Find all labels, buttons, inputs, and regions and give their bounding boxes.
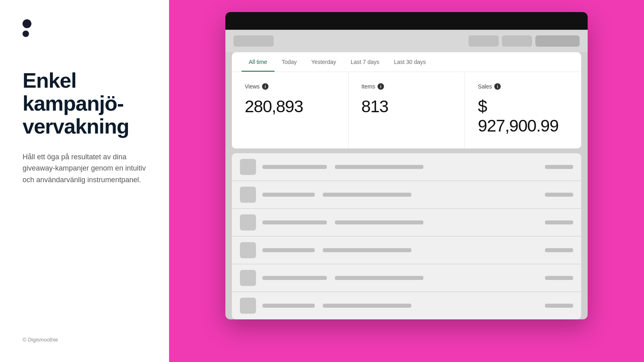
- logo: [23, 19, 147, 37]
- row-right: [545, 220, 573, 224]
- views-info-icon[interactable]: i: [262, 83, 268, 90]
- table-row[interactable]: [232, 264, 581, 292]
- toolbar: [225, 30, 588, 52]
- row-thumbnail: [240, 270, 256, 286]
- tab-last-30-days[interactable]: Last 30 days: [387, 52, 433, 72]
- metric-items: Items i 813: [349, 72, 465, 148]
- row-bar-title: [262, 276, 327, 280]
- row-content: [262, 193, 539, 197]
- row-right: [545, 304, 573, 308]
- row-content: [262, 304, 539, 308]
- table-section: [232, 153, 581, 319]
- metric-views: Views i 280,893: [232, 72, 348, 148]
- row-bar-value: [545, 304, 573, 308]
- table-row[interactable]: [232, 181, 581, 209]
- metric-views-text: Views: [245, 83, 260, 90]
- toolbar-button-3[interactable]: [535, 35, 580, 47]
- row-bar-detail: [323, 304, 411, 308]
- sales-info-icon[interactable]: i: [494, 83, 501, 90]
- logo-dot-large: [23, 19, 31, 28]
- tabs-container: All time Today Yesterday Last 7 days Las…: [232, 52, 581, 72]
- row-content: [262, 220, 539, 224]
- row-bar-title: [262, 220, 327, 224]
- metric-sales: Sales i $ 927,900.99: [465, 72, 581, 148]
- row-content: [262, 248, 539, 252]
- metric-views-label: Views i: [245, 83, 335, 90]
- row-right: [545, 248, 573, 252]
- toolbar-button-2[interactable]: [502, 35, 532, 47]
- row-right: [545, 193, 573, 197]
- toolbar-left: [233, 35, 274, 47]
- metric-views-value: 280,893: [245, 97, 335, 116]
- row-thumbnail: [240, 159, 256, 175]
- metric-sales-text: Sales: [478, 83, 492, 90]
- copyright: © Digismoothie: [23, 337, 58, 343]
- tab-all-time[interactable]: All time: [242, 52, 275, 72]
- row-bar-value: [545, 248, 573, 252]
- row-bar-title: [262, 304, 315, 308]
- row-bar-value: [545, 165, 573, 169]
- row-bar-detail: [335, 220, 423, 224]
- table-row[interactable]: [232, 237, 581, 264]
- toolbar-right: [469, 35, 580, 47]
- metric-items-text: Items: [361, 83, 375, 90]
- row-bar-value: [545, 276, 573, 280]
- subtext: Håll ett öga på resultatet av dina givea…: [23, 151, 147, 186]
- row-right: [545, 165, 573, 169]
- app-window: All time Today Yesterday Last 7 days Las…: [225, 12, 588, 319]
- row-bar-detail: [323, 193, 411, 197]
- metric-sales-value: $ 927,900.99: [478, 97, 568, 136]
- logo-dot-small: [23, 31, 29, 37]
- row-bar-detail: [335, 276, 423, 280]
- metrics-grid: Views i 280,893 Items i 813 Sales i: [232, 72, 581, 148]
- metric-items-label: Items i: [361, 83, 452, 90]
- row-thumbnail: [240, 214, 256, 230]
- tab-today[interactable]: Today: [275, 52, 304, 72]
- row-bar-value: [545, 220, 573, 224]
- stats-section: All time Today Yesterday Last 7 days Las…: [232, 52, 581, 148]
- metric-sales-label: Sales i: [478, 83, 568, 90]
- tab-yesterday[interactable]: Yesterday: [304, 52, 343, 72]
- row-content: [262, 276, 539, 280]
- table-row[interactable]: [232, 292, 581, 319]
- metric-items-value: 813: [361, 97, 452, 116]
- toolbar-button-1[interactable]: [469, 35, 499, 47]
- row-bar-value: [545, 193, 573, 197]
- headline: Enkelkampanjö-vervakning: [23, 69, 147, 138]
- top-bar: [225, 12, 588, 30]
- row-bar-detail: [335, 165, 423, 169]
- row-bar-title: [262, 248, 315, 252]
- left-panel: Enkelkampanjö-vervakning Håll ett öga på…: [0, 0, 169, 362]
- table-row[interactable]: [232, 153, 581, 181]
- row-thumbnail: [240, 298, 256, 314]
- items-info-icon[interactable]: i: [378, 83, 384, 90]
- tab-last-7-days[interactable]: Last 7 days: [343, 52, 387, 72]
- table-row[interactable]: [232, 209, 581, 237]
- row-bar-title: [262, 165, 327, 169]
- row-thumbnail: [240, 187, 256, 203]
- row-bar-detail: [323, 248, 411, 252]
- row-content: [262, 165, 539, 169]
- toolbar-left-button[interactable]: [233, 35, 274, 47]
- right-panel: All time Today Yesterday Last 7 days Las…: [169, 0, 644, 362]
- row-bar-title: [262, 193, 315, 197]
- row-thumbnail: [240, 242, 256, 258]
- row-right: [545, 276, 573, 280]
